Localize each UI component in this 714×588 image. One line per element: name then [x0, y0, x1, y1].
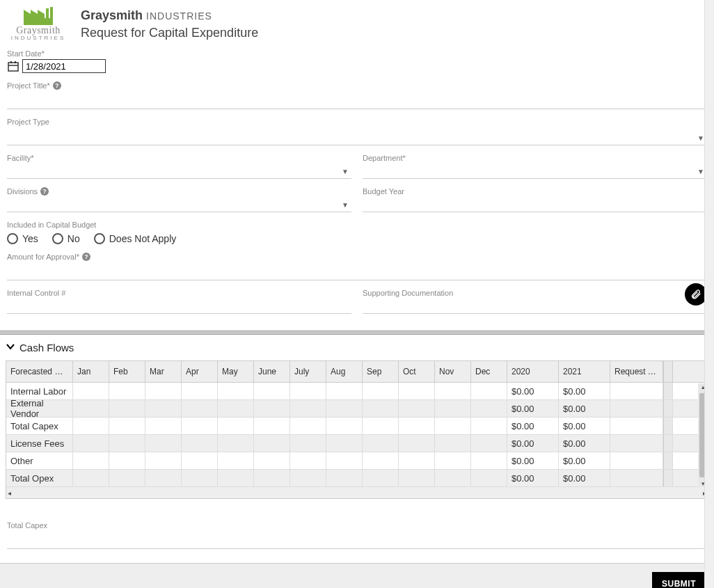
month-cell[interactable] [290, 435, 326, 452]
month-cell[interactable] [254, 418, 290, 434]
radio-no[interactable]: No [52, 233, 80, 244]
month-cell[interactable] [399, 418, 435, 434]
month-cell[interactable] [109, 452, 145, 469]
col-aug[interactable]: Aug [326, 361, 363, 382]
radio-na[interactable]: Does Not Apply [94, 233, 177, 244]
month-cell[interactable] [435, 435, 471, 452]
month-cell[interactable] [109, 435, 145, 452]
department-select[interactable] [363, 162, 707, 179]
month-cell[interactable] [363, 418, 399, 434]
year-2020-cell[interactable]: $0.00 [507, 383, 559, 399]
month-cell[interactable] [290, 400, 326, 417]
col-sep[interactable]: Sep [363, 361, 399, 382]
help-icon[interactable]: ? [53, 81, 61, 90]
month-cell[interactable] [182, 435, 218, 452]
month-cell[interactable] [471, 452, 507, 469]
month-cell[interactable] [471, 435, 507, 452]
month-cell[interactable] [326, 470, 363, 486]
radio-yes[interactable]: Yes [7, 233, 38, 244]
internal-control-input[interactable] [7, 297, 351, 314]
budget-year-input[interactable] [363, 196, 707, 212]
col-spend[interactable]: Forecasted Spe… [6, 361, 73, 382]
month-cell[interactable] [182, 470, 218, 486]
month-cell[interactable] [109, 400, 145, 417]
month-cell[interactable] [109, 418, 145, 434]
submit-button[interactable]: SUBMIT [652, 572, 706, 588]
month-cell[interactable] [363, 400, 399, 417]
month-cell[interactable] [254, 383, 290, 399]
divisions-select[interactable] [7, 196, 351, 212]
calendar-icon[interactable] [7, 60, 19, 72]
col-2020[interactable]: 2020 [507, 361, 559, 382]
month-cell[interactable] [471, 400, 507, 417]
month-cell[interactable] [218, 418, 254, 434]
month-cell[interactable] [363, 435, 399, 452]
month-cell[interactable] [326, 400, 363, 417]
col-may[interactable]: May [218, 361, 254, 382]
month-cell[interactable] [399, 400, 435, 417]
col-jan[interactable]: Jan [73, 361, 109, 382]
year-2021-cell[interactable]: $0.00 [559, 470, 610, 486]
month-cell[interactable] [73, 452, 109, 469]
cash-flows-header[interactable]: Cash Flows [0, 335, 714, 360]
supporting-input[interactable] [363, 297, 707, 314]
month-cell[interactable] [471, 470, 507, 486]
month-cell[interactable] [254, 452, 290, 469]
month-cell[interactable] [145, 400, 182, 417]
month-cell[interactable] [399, 435, 435, 452]
month-cell[interactable] [73, 470, 109, 486]
month-cell[interactable] [290, 452, 326, 469]
year-2021-cell[interactable]: $0.00 [559, 383, 610, 399]
month-cell[interactable] [145, 452, 182, 469]
month-cell[interactable] [435, 452, 471, 469]
month-cell[interactable] [254, 400, 290, 417]
total-cell[interactable] [610, 400, 663, 417]
year-2020-cell[interactable]: $0.00 [507, 435, 559, 452]
col-2021[interactable]: 2021 [559, 361, 610, 382]
month-cell[interactable] [145, 470, 182, 486]
month-cell[interactable] [326, 452, 363, 469]
start-date-input[interactable] [22, 59, 106, 73]
month-cell[interactable] [363, 452, 399, 469]
year-2020-cell[interactable]: $0.00 [507, 470, 559, 486]
month-cell[interactable] [73, 383, 109, 399]
month-cell[interactable] [182, 418, 218, 434]
month-cell[interactable] [218, 452, 254, 469]
month-cell[interactable] [109, 470, 145, 486]
month-cell[interactable] [399, 452, 435, 469]
month-cell[interactable] [399, 383, 435, 399]
col-oct[interactable]: Oct [399, 361, 435, 382]
month-cell[interactable] [182, 383, 218, 399]
month-cell[interactable] [435, 383, 471, 399]
year-2021-cell[interactable]: $0.00 [559, 452, 610, 469]
col-nov[interactable]: Nov [435, 361, 471, 382]
month-cell[interactable] [290, 383, 326, 399]
col-jun[interactable]: June [254, 361, 290, 382]
col-feb[interactable]: Feb [109, 361, 145, 382]
amount-input[interactable] [7, 264, 707, 280]
month-cell[interactable] [254, 470, 290, 486]
total-cell[interactable] [610, 435, 663, 452]
year-2020-cell[interactable]: $0.00 [507, 452, 559, 469]
col-mar[interactable]: Mar [145, 361, 182, 382]
col-total[interactable]: Request To… [610, 361, 663, 382]
total-cell[interactable] [610, 470, 663, 486]
total-cell[interactable] [610, 383, 663, 399]
month-cell[interactable] [145, 418, 182, 434]
month-cell[interactable] [218, 470, 254, 486]
col-apr[interactable]: Apr [182, 361, 218, 382]
project-type-select[interactable] [7, 129, 707, 145]
year-2020-cell[interactable]: $0.00 [507, 400, 559, 417]
month-cell[interactable] [145, 435, 182, 452]
month-cell[interactable] [326, 435, 363, 452]
month-cell[interactable] [471, 383, 507, 399]
horizontal-scrollbar[interactable]: ◂ ▸ [6, 487, 708, 498]
month-cell[interactable] [363, 383, 399, 399]
month-cell[interactable] [73, 435, 109, 452]
month-cell[interactable] [109, 383, 145, 399]
total-cell[interactable] [610, 452, 663, 469]
month-cell[interactable] [399, 470, 435, 486]
month-cell[interactable] [435, 418, 471, 434]
month-cell[interactable] [182, 400, 218, 417]
month-cell[interactable] [326, 418, 363, 434]
